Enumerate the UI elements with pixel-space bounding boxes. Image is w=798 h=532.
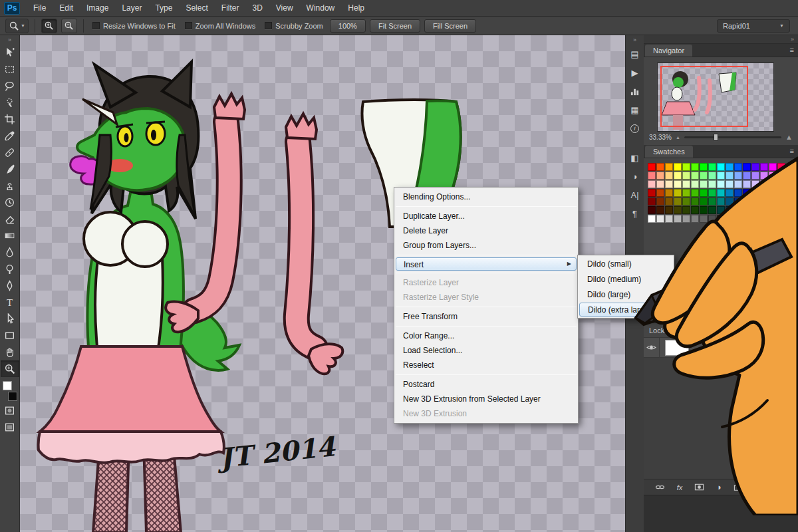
swatch[interactable] xyxy=(777,198,785,205)
toolbar-collapse-icon[interactable]: » xyxy=(8,35,11,45)
swatch[interactable] xyxy=(751,172,759,180)
swatch[interactable] xyxy=(751,198,759,205)
swatch[interactable] xyxy=(648,189,656,197)
zoom-out-mountain-icon[interactable]: ▲ xyxy=(676,135,680,140)
type-tool[interactable]: T xyxy=(1,294,19,311)
color-chips[interactable] xyxy=(1,380,19,402)
submenu-item-large[interactable]: Dildo (large) xyxy=(578,287,674,303)
pen-tool[interactable] xyxy=(1,277,19,294)
menu-item-free-transform[interactable]: Free Transform xyxy=(394,309,578,324)
info-panel-icon[interactable]: i xyxy=(627,120,643,136)
zoom-out-button[interactable] xyxy=(61,19,77,33)
menu-item-new-3d-extrusion-selected[interactable]: New 3D Extrusion from Selected Layer xyxy=(394,392,578,406)
brush-tool[interactable] xyxy=(1,161,19,178)
swatch[interactable] xyxy=(769,189,777,197)
color-panel-icon[interactable]: ▤ xyxy=(627,46,643,62)
swatch[interactable] xyxy=(726,163,733,171)
submenu-item-small[interactable]: Dildo (small) xyxy=(578,257,674,272)
swatch[interactable] xyxy=(691,198,699,205)
swatch[interactable] xyxy=(682,198,690,205)
character-panel-icon[interactable]: A| xyxy=(627,187,643,203)
menu-layer[interactable]: Layer xyxy=(115,0,148,17)
swatch[interactable] xyxy=(734,189,742,197)
swatch[interactable] xyxy=(674,172,682,180)
swatch[interactable] xyxy=(700,189,708,197)
swatch[interactable] xyxy=(682,172,690,180)
adjustment-layer-icon[interactable]: ◑ xyxy=(716,482,722,492)
swatch[interactable] xyxy=(665,206,673,214)
swatch[interactable] xyxy=(743,163,751,171)
swatch[interactable] xyxy=(760,180,768,188)
delete-layer-icon[interactable] xyxy=(777,482,787,492)
swatch[interactable] xyxy=(691,206,699,214)
menu-item-load-selection[interactable]: Load Selection... xyxy=(394,343,578,358)
swatch[interactable] xyxy=(665,215,673,223)
swatch[interactable] xyxy=(743,172,751,180)
swatch[interactable] xyxy=(726,172,733,180)
layer-row[interactable] xyxy=(644,338,798,358)
marquee-tool[interactable] xyxy=(1,61,19,78)
layer-thumbnail[interactable] xyxy=(665,340,689,356)
menu-edit[interactable]: Edit xyxy=(53,0,80,17)
crop-tool[interactable] xyxy=(1,111,19,128)
swatch[interactable] xyxy=(665,163,673,171)
swatch[interactable] xyxy=(760,198,768,205)
foreground-color-chip[interactable] xyxy=(3,381,12,390)
zoom-all-windows-checkbox[interactable]: Zoom All Windows xyxy=(185,22,255,30)
swatch[interactable] xyxy=(726,206,733,214)
swatch[interactable] xyxy=(708,198,716,205)
swatch[interactable] xyxy=(743,180,751,188)
swatch[interactable] xyxy=(777,163,785,171)
swatch[interactable] xyxy=(682,189,690,197)
swatch[interactable] xyxy=(708,163,716,171)
background-color-chip[interactable] xyxy=(8,392,17,401)
swatch[interactable] xyxy=(700,163,708,171)
submenu-item-medium[interactable]: Dildo (medium) xyxy=(578,272,674,287)
swatch[interactable] xyxy=(751,215,759,223)
swatch[interactable] xyxy=(648,180,656,188)
swatch[interactable] xyxy=(665,172,673,180)
swatch[interactable] xyxy=(656,215,664,223)
layer-group-icon[interactable] xyxy=(733,482,743,492)
swatch[interactable] xyxy=(708,206,716,214)
swatch[interactable] xyxy=(717,215,725,223)
menu-item-group-from-layers[interactable]: Group from Layers... xyxy=(394,238,578,253)
swatch[interactable] xyxy=(769,198,777,205)
swatch[interactable] xyxy=(717,198,725,205)
swatch[interactable] xyxy=(682,163,690,171)
swatch[interactable] xyxy=(760,189,768,197)
swatch[interactable] xyxy=(743,198,751,205)
menu-item-delete-layer[interactable]: Delete Layer xyxy=(394,223,578,238)
swatch[interactable] xyxy=(717,206,725,214)
swatch[interactable] xyxy=(700,206,708,214)
swatch[interactable] xyxy=(656,163,664,171)
swatch[interactable] xyxy=(648,172,656,180)
swatch[interactable] xyxy=(665,198,673,205)
menu-item-duplicate-layer[interactable]: Duplicate Layer... xyxy=(394,209,578,223)
menu-help[interactable]: Help xyxy=(341,0,371,17)
eyedropper-tool[interactable] xyxy=(1,128,19,144)
resize-windows-checkbox[interactable]: Resize Windows to Fit xyxy=(92,22,176,30)
menu-select[interactable]: Select xyxy=(179,0,214,17)
swatch[interactable] xyxy=(656,198,664,205)
swatch[interactable] xyxy=(656,206,664,214)
menu-view[interactable]: View xyxy=(269,0,300,17)
menu-filter[interactable]: Filter xyxy=(215,0,246,17)
swatch[interactable] xyxy=(656,180,664,188)
workspace-switcher[interactable]: Rapid01 ▼ xyxy=(717,19,790,33)
panel-collapse-bar[interactable]: » xyxy=(644,35,798,44)
layer-mask-icon[interactable] xyxy=(694,482,704,492)
swatch[interactable] xyxy=(734,206,742,214)
hand-tool[interactable] xyxy=(1,344,19,360)
swatch[interactable] xyxy=(682,215,690,223)
swatch[interactable] xyxy=(708,172,716,180)
gradient-tool[interactable] xyxy=(1,227,19,244)
menu-item-insert[interactable]: Insert ▶ xyxy=(396,257,577,271)
swatch[interactable] xyxy=(717,189,725,197)
tool-preset-picker[interactable]: ▼ xyxy=(5,19,29,33)
layer-style-icon[interactable]: fx xyxy=(677,483,683,491)
swatch[interactable] xyxy=(691,189,699,197)
swatch[interactable] xyxy=(708,189,716,197)
swatch[interactable] xyxy=(656,189,664,197)
swatch[interactable] xyxy=(751,189,759,197)
